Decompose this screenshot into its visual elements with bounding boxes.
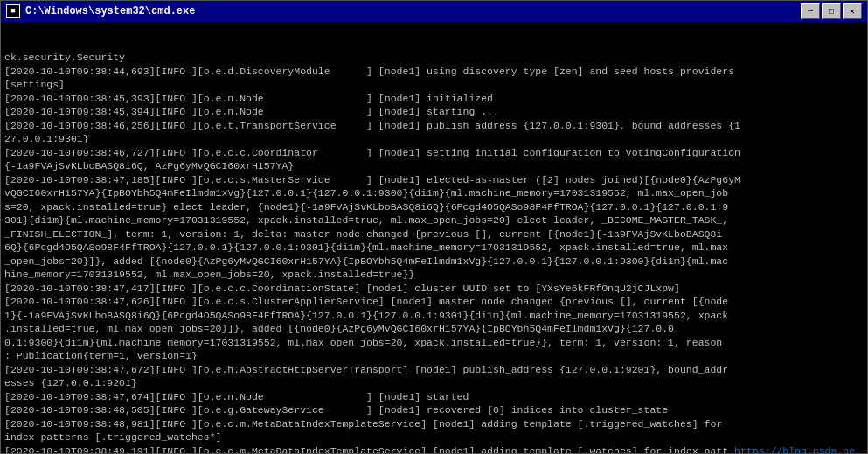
terminal-line: [2020-10-10T09:38:45,394][INFO ][o.e.n.N… xyxy=(4,105,864,119)
terminal-line: [2020-10-10T09:38:44,693][INFO ][o.e.d.D… xyxy=(4,65,864,79)
title-bar-left: ■ C:\Windows\system32\cmd.exe xyxy=(6,4,195,18)
window-controls: ─ □ ✕ xyxy=(801,3,862,19)
terminal-line: [2020-10-10T09:38:45,393][INFO ][o.e.n.N… xyxy=(4,92,864,106)
terminal-line: _open_jobs=20}]}, added [{node0}{AzPg6yM… xyxy=(4,255,864,269)
terminal-line: vQGCI60xrH157YA}{IpBOYbh5Q4mFeIlmdm1xVg}… xyxy=(4,186,864,200)
terminal-line: esses {127.0.0.1:9201} xyxy=(4,376,864,390)
window-title: C:\Windows\system32\cmd.exe xyxy=(25,5,195,17)
terminal-line: [2020-10-10T09:38:46,256][INFO ][o.e.t.T… xyxy=(4,119,864,133)
terminal-line: [2020-10-10T09:38:46,727][INFO ][o.e.c.c… xyxy=(4,146,864,160)
terminal-line: [2020-10-10T09:38:47,672][INFO ][o.e.h.A… xyxy=(4,363,864,377)
terminal-line: [2020-10-10T09:38:47,417][INFO ][o.e.c.c… xyxy=(4,282,864,296)
terminal-line: ck.security.Security xyxy=(4,51,864,65)
terminal-line: [2020-10-10T09:38:48,505][INFO ][o.e.g.G… xyxy=(4,403,864,417)
terminal-line: _FINISH_ELECTION_], term: 1, version: 1,… xyxy=(4,227,864,241)
terminal-line: 0.1:9300}{di1m}{ml.machine_memory=170313… xyxy=(4,336,864,350)
terminal-line: index patterns [.triggered_watches*] xyxy=(4,430,864,444)
terminal-line: [2020-10-10T09:38:49,191][INFO ][o.e.c.m… xyxy=(4,444,864,453)
terminal-line: 1}{-1a9FVAjSvKLboBASQ8i6Q}{6Pcgd4O5QASo9… xyxy=(4,309,864,323)
minimize-button[interactable]: ─ xyxy=(801,3,820,19)
terminal-line: : Publication{term=1, version=1} xyxy=(4,349,864,363)
terminal-line: 27.0.0.1:9301} xyxy=(4,132,864,146)
watermark-link: https://blog.csdn.net/Weixiaohu xyxy=(4,445,855,453)
terminal-output: ck.security.Security[2020-10-10T09:38:44… xyxy=(1,22,867,453)
terminal-line: hine_memory=17031319552, ml.max_open_job… xyxy=(4,268,864,282)
terminal-line: s=20, xpack.installed=true} elect leader… xyxy=(4,200,864,214)
terminal-line: [2020-10-10T09:38:47,185][INFO ][o.e.c.s… xyxy=(4,173,864,187)
terminal-line: .installed=true, ml.max_open_jobs=20}]},… xyxy=(4,322,864,336)
terminal-line: 301}{di1m}{ml.machine_memory=17031319552… xyxy=(4,213,864,227)
terminal-line: {-1a9FVAjSvKLbcBASQ8i6Q, AzPg6yMvQGCI60x… xyxy=(4,159,864,173)
cmd-window: ■ C:\Windows\system32\cmd.exe ─ □ ✕ ck.s… xyxy=(0,0,868,454)
terminal-line: [settings] xyxy=(4,78,864,92)
close-button[interactable]: ✕ xyxy=(843,3,862,19)
terminal-line: [2020-10-10T09:38:48,981][INFO ][o.e.c.m… xyxy=(4,417,864,431)
title-bar: ■ C:\Windows\system32\cmd.exe ─ □ ✕ xyxy=(1,1,867,22)
terminal-line: [2020-10-10T09:38:47,674][INFO ][o.e.n.N… xyxy=(4,390,864,404)
cmd-icon: ■ xyxy=(6,4,20,18)
maximize-button[interactable]: □ xyxy=(822,3,841,19)
terminal-line: 6Q}{6Pcgd4O5QASo98F4FfTROA}{127.0.0.1}{1… xyxy=(4,241,864,255)
terminal-line: [2020-10-10T09:38:47,626][INFO ][o.e.c.s… xyxy=(4,295,864,309)
